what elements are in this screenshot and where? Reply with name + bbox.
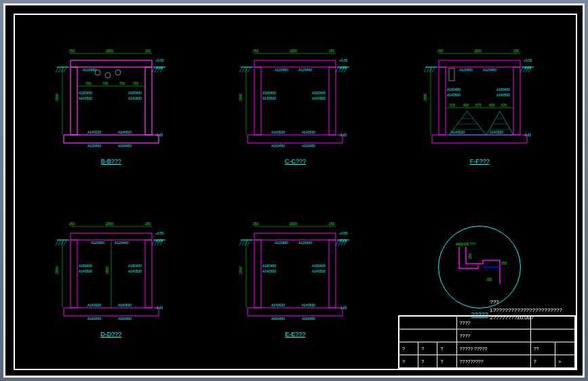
svg-rect-47 [248, 135, 342, 143]
section-bb-svg: 700 700 700 700 250 2500 250 2500 +0.50 … [50, 47, 172, 155]
tb-r2c1: ? [399, 342, 418, 355]
svg-rect-122 [71, 240, 77, 308]
svg-text:A140520: A140520 [302, 303, 315, 307]
svg-text:2500: 2500 [55, 93, 59, 100]
svg-text:+0.50: +0.50 [155, 231, 164, 235]
svg-rect-44 [254, 60, 336, 67]
svg-rect-7 [64, 135, 159, 143]
svg-rect-123 [145, 240, 152, 308]
section-dd: 250 2500 250 2500 2500 +0.50 -0.05 -3.65… [20, 193, 202, 363]
svg-text:250: 250 [253, 222, 259, 226]
detail-circle: A6@100 ??? 250 250 100 [438, 226, 521, 308]
svg-text:A180400: A180400 [128, 264, 142, 268]
svg-text:+0.50: +0.50 [339, 58, 348, 62]
svg-text:-3.65: -3.65 [155, 306, 163, 310]
svg-text:A160450: A160450 [118, 317, 132, 321]
svg-rect-45 [254, 67, 261, 135]
svg-text:A120400: A120400 [483, 68, 496, 72]
svg-line-83 [424, 67, 427, 73]
svg-text:-3.65: -3.65 [155, 133, 163, 137]
svg-text:A140500: A140500 [79, 96, 92, 100]
title-table: ???? ???? ? ? ? ????? ????? ?? ? ? ? ???… [399, 316, 575, 368]
tb-r3c2: ? [418, 355, 437, 368]
svg-text:2500: 2500 [239, 93, 243, 100]
svg-text:400: 400 [489, 103, 495, 107]
svg-text:A140500: A140500 [312, 269, 326, 273]
svg-rect-77 [439, 60, 520, 67]
svg-text:575: 575 [501, 103, 507, 107]
svg-line-127 [56, 240, 58, 245]
svg-rect-80 [432, 135, 527, 143]
notes-title: ??? [490, 298, 562, 306]
svg-text:2500: 2500 [106, 222, 113, 226]
detail-svg: A6@100 ??? 250 250 100 [439, 226, 520, 308]
notes-line1: 1??????????????????????? [490, 306, 562, 314]
svg-line-50 [239, 67, 242, 73]
svg-rect-79 [513, 67, 520, 135]
svg-text:+0.50: +0.50 [339, 231, 348, 235]
svg-text:A140520: A140520 [118, 303, 132, 307]
svg-text:A120450: A120450 [459, 68, 473, 72]
svg-rect-46 [329, 67, 336, 135]
section-ee-svg: 250 2500 250 2500 +0.50 -0.05 -3.65 A120… [234, 220, 356, 328]
svg-text:A140520: A140520 [271, 303, 285, 307]
svg-line-130 [64, 240, 66, 245]
svg-line-14 [152, 67, 155, 73]
tb-r2c5: ?? [530, 342, 555, 355]
title-block: ???? ???? ? ? ? ????? ????? ?? ? ? ? ???… [398, 315, 576, 369]
svg-text:2500: 2500 [55, 266, 59, 273]
svg-text:+0.50: +0.50 [155, 58, 164, 62]
svg-rect-0 [71, 60, 152, 67]
section-ee: 250 2500 250 2500 +0.50 -0.05 -3.65 A120… [205, 193, 387, 363]
section-dd-svg: 250 2500 250 2500 2500 +0.50 -0.05 -3.65… [50, 220, 172, 328]
svg-text:2500: 2500 [290, 49, 297, 53]
svg-text:A160450: A160450 [118, 144, 132, 148]
svg-text:700: 700 [119, 81, 125, 85]
section-ff: 575 400 575 400 575 250 2500 250 2500 +0… [389, 20, 570, 190]
svg-line-162 [239, 240, 242, 245]
section-cc: 250 2500 250 2500 +0.50 -0.05 -3.65 A120… [205, 20, 387, 190]
svg-rect-121 [71, 233, 152, 240]
svg-text:A6@100 ???: A6@100 ??? [456, 242, 475, 246]
svg-text:A120450: A120450 [83, 68, 96, 72]
section-dd-label: D-D??? [100, 331, 121, 338]
svg-line-165 [248, 240, 250, 245]
svg-text:A160450: A160450 [271, 144, 285, 148]
tb-r3c3: ? [437, 355, 456, 368]
svg-rect-159 [248, 308, 342, 316]
svg-text:A140520: A140520 [451, 130, 465, 134]
section-bb-label: B-B??? [101, 158, 121, 165]
tb-r2c3: ? [437, 342, 456, 355]
svg-text:A160450: A160450 [302, 144, 315, 148]
svg-text:A140500: A140500 [79, 269, 92, 273]
svg-text:A180400: A180400 [79, 91, 92, 95]
svg-text:A160450: A160450 [87, 144, 101, 148]
svg-text:575: 575 [475, 103, 482, 107]
section-ff-svg: 575 400 575 400 575 250 2500 250 2500 +0… [418, 47, 541, 155]
svg-rect-2 [71, 67, 77, 135]
tb-r3c5: ? [530, 355, 555, 368]
svg-rect-6 [64, 135, 159, 143]
svg-text:A140520: A140520 [271, 130, 285, 134]
svg-text:250: 250 [145, 222, 151, 226]
svg-text:+0.50: +0.50 [524, 58, 532, 62]
svg-rect-3 [71, 67, 77, 135]
svg-line-51 [242, 67, 245, 73]
svg-text:100: 100 [486, 277, 492, 281]
svg-text:250: 250 [145, 49, 151, 53]
svg-text:A140500: A140500 [496, 93, 510, 97]
section-ee-label: E-E??? [285, 331, 305, 338]
svg-text:-0.05: -0.05 [339, 66, 347, 70]
svg-rect-78 [439, 67, 446, 135]
svg-text:A180400: A180400 [312, 91, 326, 95]
svg-text:250: 250 [501, 261, 507, 265]
svg-rect-157 [254, 240, 261, 308]
svg-text:A180400: A180400 [447, 87, 460, 92]
svg-text:A140500: A140500 [312, 96, 326, 100]
svg-text:700: 700 [133, 81, 139, 85]
svg-text:A120400: A120400 [298, 68, 312, 72]
section-bb: 700 700 700 700 250 2500 250 2500 +0.50 … [20, 20, 202, 190]
svg-text:A160450: A160450 [271, 317, 285, 321]
svg-text:-3.65: -3.65 [339, 306, 347, 310]
tb-r3c7: > [555, 355, 575, 368]
